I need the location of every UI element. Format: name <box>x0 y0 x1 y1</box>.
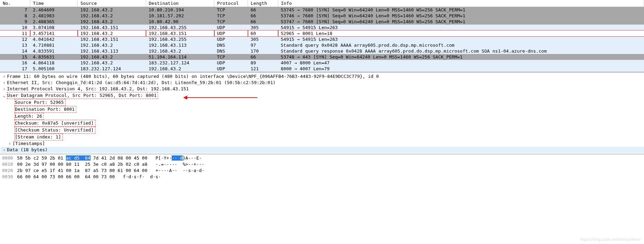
packet-details-pane[interactable]: ›Frame 11: 60 bytes on wire (480 bits), … <box>0 72 644 154</box>
cell: 10.80.42.90 <box>146 19 214 25</box>
cell: 66 <box>248 54 278 60</box>
cell: 170 <box>248 48 278 54</box>
cell: 66 <box>248 13 278 19</box>
cell: UDP <box>214 60 248 66</box>
detail-udp-dstport[interactable]: Destination Port: 8001 <box>1 106 644 113</box>
packet-row[interactable]: 134.710881192.168.43.2192.168.43.113DNS9… <box>0 42 644 48</box>
cell: 2.464609 <box>30 7 78 13</box>
column-header-info[interactable]: Info <box>278 0 644 7</box>
cell: 14 <box>0 48 30 54</box>
cell: TCP <box>214 19 248 25</box>
hex-line[interactable]: 000050 5b c2 59 2b 01 ac d5 64 7d 41 2d … <box>2 155 642 161</box>
detail-frame[interactable]: ›Frame 11: 60 bytes on wire (480 bits), … <box>1 73 644 80</box>
expand-icon[interactable]: › <box>3 73 7 80</box>
detail-udp[interactable]: ⌄User Datagram Protocol, Src Port: 52965… <box>1 92 644 99</box>
column-header-destination[interactable]: Destination <box>146 0 214 7</box>
cell: 17 <box>0 66 30 72</box>
cell: UDP <box>214 66 248 72</box>
detail-udp-length[interactable]: Length: 26 <box>1 113 644 120</box>
cell: 192.168.43.151 <box>78 36 146 42</box>
cell: 52965 → 8001 Len=18 <box>278 30 644 36</box>
hex-view-pane[interactable]: 000050 5b c2 59 2b 01 ac d5 64 7d 41 2d … <box>0 154 644 187</box>
cell: 192.168.43.2 <box>78 42 146 48</box>
expand-icon[interactable]: › <box>3 80 7 86</box>
packet-row[interactable]: 92.488365192.168.43.210.80.42.90TCP66537… <box>0 19 644 25</box>
cell: 10 <box>0 25 30 30</box>
cell: 10.181.57.202 <box>146 13 214 19</box>
cell: 192.168.43.113 <box>146 42 214 48</box>
cell: 54915 → 54915 Len=263 <box>278 36 644 42</box>
packet-row[interactable]: 72.464609192.168.43.210.80.210.194TCP665… <box>0 7 644 13</box>
cell: Standard query 0x0428 AAAA array605.prod… <box>278 42 644 48</box>
hex-line[interactable]: 001000 2e 3d 97 00 00 80 11 25 3e c0 a8 … <box>2 161 642 168</box>
detail-data[interactable]: ›Data (18 bytes) <box>1 147 644 153</box>
expand-icon[interactable]: › <box>3 86 7 92</box>
cell: 53746 → 7680 [SYN] Seq=0 Win=64240 Len=0… <box>278 13 644 19</box>
cell: 60 <box>248 30 278 36</box>
column-header-time[interactable]: Time <box>30 0 78 7</box>
cell: 10.80.210.194 <box>146 7 214 13</box>
collapse-icon[interactable]: ⌄ <box>3 92 7 99</box>
cell: 192.168.43.113 <box>78 48 146 54</box>
cell: UDP <box>214 30 248 36</box>
expand-icon[interactable]: › <box>3 147 7 153</box>
packet-row[interactable]: 164.864118192.168.43.2183.232.127.124UDP… <box>0 60 644 66</box>
detail-udp-srcport[interactable]: Source Port: 52965 <box>1 99 644 106</box>
detail-udp-stream[interactable]: [Stream index: 1] <box>1 134 644 141</box>
hex-offset: 0010 <box>2 162 13 167</box>
cell: 121 <box>248 66 278 72</box>
cell: 192.168.43.2 <box>78 54 146 60</box>
cell: 192.168.43.2 <box>146 66 214 72</box>
cell: 4.864118 <box>30 60 78 66</box>
cell: 97 <box>248 42 278 48</box>
hex-offset: 0000 <box>2 155 13 161</box>
cell: 66 <box>248 7 278 13</box>
cell: 192.168.43.2 <box>146 48 214 54</box>
packet-list-pane[interactable]: No.TimeSourceDestinationProtocolLengthIn… <box>0 0 644 72</box>
cell: 3.457141 <box>30 30 78 36</box>
cell: DNS <box>214 42 248 48</box>
cell: 15 <box>0 54 30 60</box>
detail-ethernet[interactable]: ›Ethernet II, Src: Chongqin_7d:41:2d (ac… <box>1 80 644 86</box>
cell: Standard query response 0x0428 AAAA arra… <box>278 48 644 54</box>
detail-ip[interactable]: ›Internet Protocol Version 4, Src: 192.1… <box>1 86 644 92</box>
cell: 53747 → 7680 [SYN] Seq=0 Win=64240 Len=0… <box>278 19 644 25</box>
cell: 11 <box>0 30 30 36</box>
cell: 4.833591 <box>30 48 78 54</box>
cell: 54915 → 54915 Len=263 <box>278 25 644 30</box>
column-header-no[interactable]: No. <box>0 0 30 7</box>
cell: 192.168.43.151 <box>146 30 214 36</box>
cell: 192.168.43.255 <box>146 36 214 42</box>
cell: UDP <box>214 36 248 42</box>
cell: 192.168.43.151 <box>78 25 146 30</box>
detail-udp-checksum-status[interactable]: [Checksum Status: Unverified] <box>1 127 644 134</box>
cell: 8 <box>0 13 30 19</box>
cell: 8000 → 4007 Len=79 <box>278 66 644 72</box>
hex-offset: 0020 <box>2 168 13 173</box>
cell: 305 <box>248 36 278 42</box>
cell: 4007 → 8000 Len=47 <box>278 60 644 66</box>
detail-udp-checksum[interactable]: Checksum: 0x87a5 [unverified] <box>1 120 644 127</box>
cell: 192.168.43.255 <box>146 25 214 30</box>
packet-row[interactable]: 144.833591192.168.43.113192.168.43.2DNS1… <box>0 48 644 54</box>
expand-icon[interactable]: › <box>8 141 12 147</box>
detail-timestamps[interactable]: ›[Timestamps] <box>1 141 644 147</box>
column-header-length[interactable]: Length <box>248 0 278 7</box>
cell: 192.168.43.2 <box>78 60 146 66</box>
hex-line[interactable]: 00202b 97 ce e5 1f 41 00 1a 87 a5 73 00 … <box>2 168 642 174</box>
cell: 5.005160 <box>30 66 78 72</box>
cell: 2.488365 <box>30 19 78 25</box>
packet-row[interactable]: 124.041642192.168.43.151192.168.43.255UD… <box>0 36 644 42</box>
packet-table[interactable]: No.TimeSourceDestinationProtocolLengthIn… <box>0 0 644 72</box>
cell: UDP <box>214 25 248 30</box>
column-header-source[interactable]: Source <box>78 0 146 7</box>
packet-row[interactable]: 82.481983192.168.43.210.181.57.202TCP665… <box>0 13 644 19</box>
cell: 12 <box>0 36 30 42</box>
packet-row[interactable]: 113.457141192.168.43.2192.168.43.151UDP6… <box>0 30 644 36</box>
column-header-protocol[interactable]: Protocol <box>214 0 248 7</box>
cell: 3.074108 <box>30 25 78 30</box>
packet-row[interactable]: 175.005160183.232.127.124192.168.43.2UDP… <box>0 66 644 72</box>
packet-row[interactable]: 154.835631192.168.43.251.104.164.114TCP6… <box>0 54 644 60</box>
packet-row[interactable]: 103.074108192.168.43.151192.168.43.255UD… <box>0 25 644 30</box>
hex-line[interactable]: 003066 00 64 00 73 00 66 00 64 00 73 00 … <box>2 174 642 180</box>
